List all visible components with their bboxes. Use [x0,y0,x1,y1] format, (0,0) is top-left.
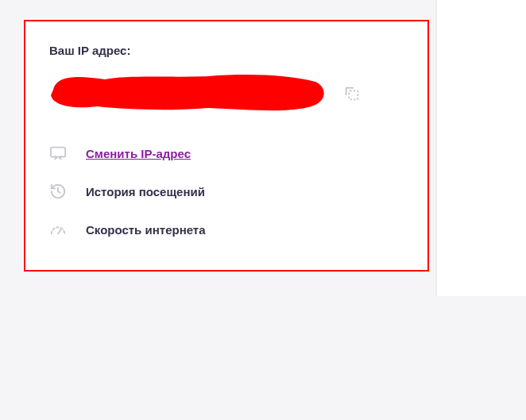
gauge-icon [49,221,67,238]
right-divider [435,0,437,296]
card-wrapper: Ваш IP адрес: [24,20,429,272]
svg-rect-0 [349,91,358,99]
link-history-label: История посещений [86,185,205,198]
svg-rect-1 [51,148,65,157]
copy-icon[interactable] [343,85,361,102]
ip-value-row [49,71,404,116]
links-list: Сменить IP-адрес История посещений [49,144,404,238]
link-row-change-ip[interactable]: Сменить IP-адрес [49,144,404,162]
link-change-ip-label: Сменить IP-адрес [86,147,191,160]
swap-icon [49,144,67,162]
history-icon [49,183,67,200]
link-row-speed[interactable]: Скорость интернета [49,221,404,238]
link-speed-label: Скорость интернета [86,223,206,237]
ip-redaction [49,70,327,118]
ip-title: Ваш IP адрес: [49,44,404,57]
svg-line-2 [58,229,61,234]
link-row-history[interactable]: История посещений [49,183,404,200]
right-panel [437,0,526,296]
ip-card: Ваш IP адрес: [24,20,429,272]
